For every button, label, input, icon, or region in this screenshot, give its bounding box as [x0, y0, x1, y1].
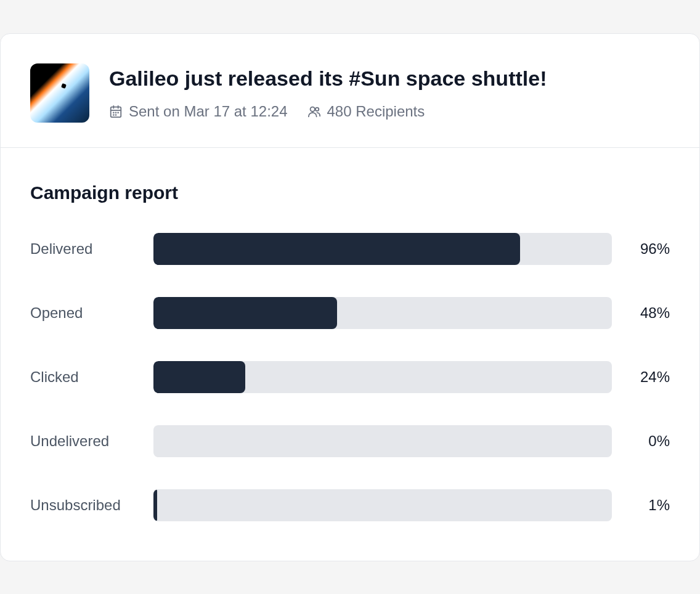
metric-row: Unsubscribed1%	[30, 489, 670, 521]
metric-value: 24%	[627, 368, 670, 386]
metric-bar-track	[153, 297, 612, 329]
metric-bar-track	[153, 489, 612, 521]
metric-value: 96%	[627, 240, 670, 258]
svg-point-5	[116, 113, 116, 113]
metrics-list: Delivered96%Opened48%Clicked24%Undeliver…	[30, 233, 670, 521]
metric-bar-track	[153, 233, 612, 265]
svg-point-4	[113, 113, 114, 113]
metric-bar-fill	[153, 233, 520, 265]
metric-bar-fill	[153, 361, 245, 393]
metric-bar-fill	[153, 489, 157, 521]
metric-bar-fill	[153, 297, 337, 329]
campaign-title: Galileo just released its #Sun space shu…	[109, 66, 670, 91]
metric-bar-track	[153, 361, 612, 393]
metric-label: Clicked	[30, 368, 139, 386]
campaign-card: Galileo just released its #Sun space shu…	[0, 33, 700, 561]
svg-point-6	[118, 113, 118, 113]
metric-row: Opened48%	[30, 297, 670, 329]
sent-text: Sent on Mar 17 at 12:24	[129, 103, 288, 120]
metric-label: Delivered	[30, 240, 139, 258]
svg-point-9	[310, 107, 314, 112]
metric-label: Opened	[30, 304, 139, 322]
metric-value: 1%	[627, 497, 670, 514]
metric-row: Undelivered0%	[30, 425, 670, 457]
metric-value: 48%	[627, 304, 670, 322]
svg-point-8	[116, 115, 116, 115]
recipients-meta: 480 Recipients	[307, 103, 425, 120]
metric-bar-track	[153, 425, 612, 457]
svg-point-7	[113, 115, 114, 115]
campaign-thumbnail	[30, 63, 89, 123]
campaign-header-text: Galileo just released its #Sun space shu…	[109, 63, 670, 121]
report-title: Campaign report	[30, 182, 670, 203]
metric-row: Delivered96%	[30, 233, 670, 265]
campaign-meta: Sent on Mar 17 at 12:24 480 Recipients	[109, 103, 670, 120]
recipients-text: 480 Recipients	[327, 103, 425, 120]
people-icon	[307, 105, 321, 118]
metric-label: Undelivered	[30, 433, 139, 450]
metric-label: Unsubscribed	[30, 497, 139, 514]
campaign-report: Campaign report Delivered96%Opened48%Cli…	[1, 148, 699, 561]
svg-point-10	[315, 108, 318, 112]
sent-meta: Sent on Mar 17 at 12:24	[109, 103, 288, 120]
metric-row: Clicked24%	[30, 361, 670, 393]
campaign-header: Galileo just released its #Sun space shu…	[1, 34, 699, 148]
shuttle-icon	[61, 83, 67, 89]
metric-value: 0%	[627, 433, 670, 450]
calendar-icon	[109, 105, 123, 118]
